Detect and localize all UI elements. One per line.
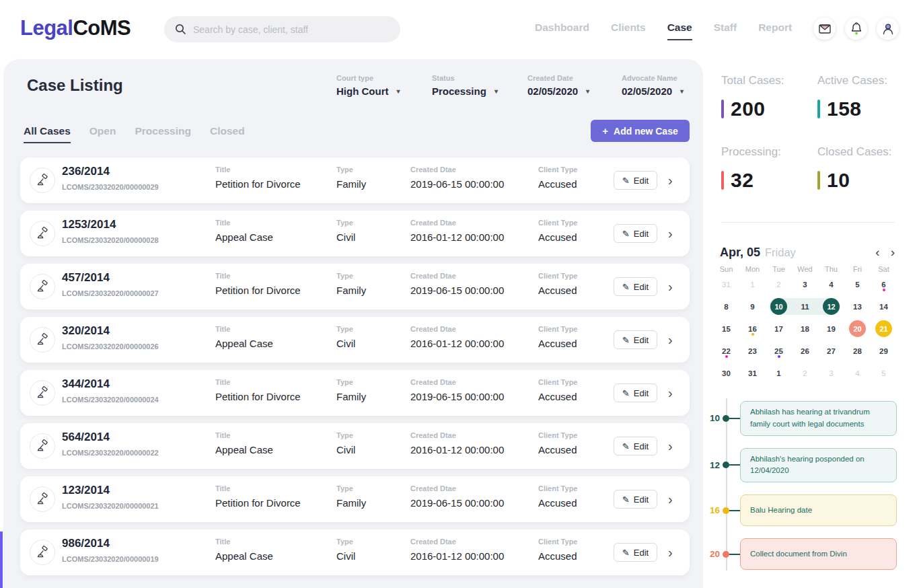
tab[interactable]: Processing [135,125,191,143]
case-detail-chevron[interactable]: › [668,157,673,203]
filter-value[interactable]: 02/05/2020 ▾ [527,85,622,97]
edit-case-button[interactable]: ✎ Edit [614,543,657,562]
case-row[interactable]: 123/2014 LCOMS/23032020/00000021 Title P… [20,476,690,522]
calendar-day-number: 9 [750,303,754,311]
edit-case-button[interactable]: ✎ Edit [614,224,657,243]
filter-dropdown[interactable]: Court type High Court ▾ [336,74,432,97]
calendar-day[interactable]: 27 [818,340,844,362]
calendar-day[interactable]: 15 [713,318,739,340]
case-row[interactable]: 344/2014 LCOMS/23032020/00000024 Title P… [20,370,690,416]
edit-case-button[interactable]: ✎ Edit [614,330,657,349]
calendar-day[interactable]: 30 [713,362,739,384]
case-code: LCOMS/23032020/00000026 [62,342,159,351]
case-detail-chevron[interactable]: › [668,264,673,309]
calendar-day[interactable]: 18 [792,318,818,340]
calendar-day[interactable]: 9 [739,295,766,318]
pencil-icon: ✎ [622,229,630,239]
calendar-day[interactable]: 23 [739,340,766,362]
edit-label: Edit [634,441,649,451]
nav-item-report[interactable]: Report [758,22,792,39]
tab[interactable]: All Cases [24,125,71,143]
calendar-day[interactable]: 4 [818,273,844,295]
calendar-day[interactable]: 3 [818,362,844,384]
calendar-day-number: 12 [827,303,835,311]
calendar-day[interactable]: 29 [871,340,897,362]
calendar-day[interactable]: 26 [792,340,818,362]
pencil-icon: ✎ [622,176,630,186]
edit-case-button[interactable]: ✎ Edit [614,383,657,402]
calendar-day[interactable]: 19 [818,318,844,340]
case-detail-chevron[interactable]: › [668,423,673,469]
calendar-day[interactable]: 5 [844,273,871,295]
mail-button[interactable] [813,17,836,40]
calendar-day[interactable]: 4 [844,362,871,384]
case-detail-chevron[interactable]: › [668,370,673,416]
title-column-label: Title [215,484,301,492]
notifications-button[interactable] [845,17,867,40]
profile-button[interactable] [877,17,899,40]
nav-item-dashboard[interactable]: Dashboard [535,22,589,39]
filter-dropdown[interactable]: Created Date 02/05/2020 ▾ [527,74,622,97]
calendar-day[interactable]: 12 [818,295,844,318]
edit-case-button[interactable]: ✎ Edit [614,490,657,509]
calendar-day[interactable]: 8 [713,295,739,318]
calendar-day[interactable]: 16 [739,318,766,340]
calendar-next-button[interactable]: › [891,246,895,258]
case-row[interactable]: 236/2014 LCOMS/23032020/00000029 Title P… [20,157,690,203]
search-input[interactable] [193,24,390,35]
pencil-icon: ✎ [622,282,630,292]
filter-dropdown[interactable]: Status Processing ▾ [432,74,527,97]
calendar-day[interactable]: 1 [739,273,766,295]
case-row[interactable]: 1253/2014 LCOMS/23032020/00000028 Title … [20,211,690,256]
calendar-day[interactable]: 11 [792,295,818,318]
add-new-case-button[interactable]: + Add new Case [591,120,690,142]
calendar-day[interactable]: 17 [766,318,792,340]
calendar-day[interactable]: 2 [792,362,818,384]
stat-value: 200 [731,98,766,120]
case-detail-chevron[interactable]: › [668,211,673,256]
case-row[interactable]: 457/2014 LCOMS/23032020/00000027 Title P… [20,264,690,309]
calendar-day[interactable]: 10 [766,295,792,318]
case-detail-chevron[interactable]: › [668,529,673,575]
created-column-label: Created Dtae [410,538,504,546]
case-row[interactable]: 986/2014 LCOMS/23032020/00000019 Title A… [20,529,690,575]
calendar-day[interactable]: 22 [713,340,739,362]
case-detail-chevron[interactable]: › [668,476,673,522]
case-row[interactable]: 564/2014 LCOMS/23032020/00000022 Title A… [20,423,690,469]
tab[interactable]: Open [89,125,116,143]
case-title: Appeal Case [215,338,273,349]
event-day: 10 [697,413,720,423]
calendar-day[interactable]: 6 [871,273,897,295]
calendar-day[interactable]: 14 [871,295,897,318]
calendar-day-number: 1 [750,281,754,289]
search-bar[interactable] [164,16,400,42]
case-row[interactable]: 320/2014 LCOMS/23032020/00000026 Title A… [20,317,690,363]
calendar-day[interactable]: 20 [844,318,871,340]
filter-value[interactable]: Processing ▾ [432,85,527,97]
calendar-day[interactable]: 21 [871,318,897,340]
calendar-day[interactable]: 1 [766,362,792,384]
calendar-prev-button[interactable]: ‹ [875,246,879,258]
tab[interactable]: Closed [210,125,245,143]
calendar-day[interactable]: 28 [844,340,871,362]
edit-case-button[interactable]: ✎ Edit [614,277,657,296]
calendar-day[interactable]: 25 [766,340,792,362]
edit-case-button[interactable]: ✎ Edit [614,171,657,190]
calendar-day[interactable]: 3 [792,273,818,295]
client-column-label: Client Type [538,166,577,174]
calendar-day[interactable]: 31 [713,273,739,295]
event-day: 12 [697,460,720,470]
case-detail-chevron[interactable]: › [668,317,673,363]
calendar-day[interactable]: 2 [766,273,792,295]
weekday-label: Tue [766,265,792,273]
calendar-day[interactable]: 13 [844,295,871,318]
calendar-day[interactable]: 31 [739,362,766,384]
nav-item-staff[interactable]: Staff [714,22,737,39]
filter-value[interactable]: High Court ▾ [336,85,432,97]
edit-case-button[interactable]: ✎ Edit [614,437,657,455]
filter-dropdown[interactable]: Advocate Name 02/05/2020 ▾ [622,74,717,97]
nav-item-clients[interactable]: Clients [611,22,646,39]
filter-value[interactable]: 02/05/2020 ▾ [622,85,717,97]
calendar-day[interactable]: 5 [871,362,897,384]
nav-item-case[interactable]: Case [667,22,692,40]
